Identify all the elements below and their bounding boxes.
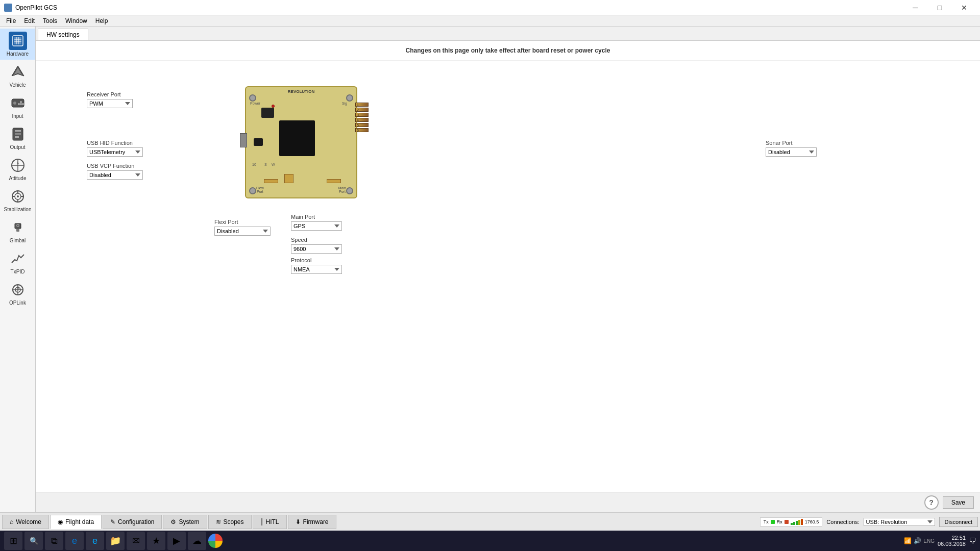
menu-edit[interactable]: Edit: [20, 16, 39, 26]
flexi-port-label: Flexi Port: [214, 219, 271, 225]
tab-firmware[interactable]: ⬇ Firmware: [288, 515, 336, 529]
configuration-label: Configuration: [118, 518, 154, 525]
main-port-select[interactable]: GPS Disabled ComBridge Telemetry DSM: [291, 221, 342, 231]
hw-settings-tab[interactable]: HW settings: [38, 29, 88, 40]
receiver-port-group: Receiver Port PWM PPM SBUS DSM Disabled: [87, 91, 133, 108]
sidebar-item-vehicle[interactable]: Vehicle: [0, 60, 35, 91]
tab-system[interactable]: ⚙ System: [163, 515, 207, 529]
taskbar-chrome[interactable]: [208, 534, 223, 548]
menu-help[interactable]: Help: [91, 16, 112, 26]
sidebar-output-label: Output: [10, 144, 25, 150]
title-bar: OpenPilot GCS ─ □ ✕: [0, 0, 980, 15]
svg-point-11: [22, 103, 24, 105]
window-title: OpenPilot GCS: [15, 4, 57, 11]
taskbar-time: 22:51: [938, 535, 966, 541]
output-icon: [9, 125, 27, 143]
protocol-select[interactable]: NMEA UBX UBX7 UBX8: [291, 265, 342, 274]
save-button[interactable]: Save: [943, 496, 974, 509]
sidebar-item-attitude[interactable]: Attitude: [0, 153, 35, 184]
taskbar-folder[interactable]: 📁: [106, 532, 125, 550]
sidebar-stabilization-label: Stabilization: [4, 207, 32, 212]
tab-welcome[interactable]: ⌂ Welcome: [2, 515, 49, 529]
main-layout: Hardware Vehicle: [0, 27, 980, 512]
input-icon: [9, 94, 27, 112]
pcb-corner-tl: [249, 94, 256, 102]
menu-window[interactable]: Window: [61, 16, 91, 26]
hw-content: Receiver Port PWM PPM SBUS DSM Disabled …: [36, 61, 980, 492]
taskbar-ie[interactable]: e: [86, 532, 104, 550]
pcb-bottom-mid: [284, 174, 293, 183]
maximize-button[interactable]: □: [928, 0, 951, 15]
flight-data-icon: ◉: [58, 518, 63, 525]
taskbar-search[interactable]: 🔍: [24, 532, 43, 550]
sidebar: Hardware Vehicle: [0, 27, 36, 512]
pcb-corner-br: [346, 187, 353, 194]
receiver-port-select[interactable]: PWM PPM SBUS DSM Disabled: [87, 99, 133, 108]
usb-vcp-label: USB VCP Function: [87, 163, 143, 169]
taskbar-date: 06.03.2018: [938, 541, 966, 547]
firmware-icon: ⬇: [296, 518, 301, 525]
tab-hitl[interactable]: ⎮ HITL: [253, 515, 287, 529]
scopes-icon: ≋: [216, 518, 221, 525]
svg-rect-17: [15, 136, 19, 138]
sonar-port-select[interactable]: Disabled HC-SR04: [766, 147, 817, 157]
connection-select[interactable]: USB: Revolution: [864, 518, 935, 526]
taskbar-app3[interactable]: ☁: [188, 532, 206, 550]
flexi-port-select[interactable]: Disabled GPS ComBridge I2C PPM DSM: [214, 227, 271, 236]
sidebar-item-oplink[interactable]: OPLink: [0, 278, 35, 309]
status-right: Tx Rx 1760.5 Connections: USB: Revolutio…: [760, 517, 978, 527]
pcb-board-area: REVOLUTION 1 2 3: [235, 81, 368, 198]
disconnect-button[interactable]: Disconnect: [939, 517, 978, 527]
tray-icon-wifi: 📶: [904, 537, 912, 544]
tab-configuration[interactable]: ✎ Configuration: [103, 515, 162, 529]
svg-rect-1: [14, 37, 21, 44]
protocol-group: Protocol NMEA UBX UBX7 UBX8: [291, 257, 342, 274]
taskbar-task-view[interactable]: ⧉: [45, 532, 63, 550]
pcb-num-w: W: [272, 163, 275, 166]
minimize-button[interactable]: ─: [903, 0, 927, 15]
taskbar-app2[interactable]: ▶: [167, 532, 186, 550]
vehicle-icon: [9, 63, 27, 81]
svg-point-32: [17, 225, 18, 227]
pcb-corner-tr: [346, 94, 353, 102]
tab-flight-data[interactable]: ◉ Flight data: [50, 515, 102, 529]
txpid-icon: [9, 249, 27, 268]
usb-hid-select[interactable]: USBTelemetry RCTransmitter Disabled: [87, 147, 143, 157]
scopes-label: Scopes: [224, 518, 244, 525]
sidebar-item-txpid[interactable]: TxPID: [0, 246, 35, 278]
usb-vcp-group: USB VCP Function Disabled USBTelemetry C…: [87, 163, 143, 180]
sidebar-input-label: Input: [12, 113, 23, 119]
sidebar-txpid-label: TxPID: [11, 269, 25, 274]
stabilization-icon: [9, 187, 27, 206]
taskbar-start[interactable]: ⊞: [4, 532, 22, 550]
tx-value: 1760.5: [805, 519, 819, 524]
notification-icon[interactable]: 🗨: [969, 537, 976, 545]
help-button[interactable]: ?: [924, 495, 939, 510]
sidebar-item-output[interactable]: Output: [0, 122, 35, 153]
taskbar-left: ⊞ 🔍 ⧉ e e 📁 ✉ ★ ▶ ☁: [4, 532, 223, 550]
svg-point-10: [20, 101, 22, 103]
pcb: REVOLUTION 1 2 3: [245, 86, 357, 198]
bottom-tabs: ⌂ Welcome ◉ Flight data ✎ Configuration …: [0, 512, 980, 531]
sonar-port-label: Sonar Port: [766, 140, 817, 146]
sidebar-item-hardware[interactable]: Hardware: [0, 29, 35, 60]
menu-tools[interactable]: Tools: [39, 16, 61, 26]
sonar-port-group: Sonar Port Disabled HC-SR04: [766, 140, 817, 157]
window-controls: ─ □ ✕: [903, 0, 976, 15]
usb-vcp-select[interactable]: Disabled USBTelemetry ComBridge DebugCon…: [87, 170, 143, 180]
signal-bar-3: [796, 521, 798, 525]
taskbar-mail[interactable]: ✉: [127, 532, 145, 550]
sidebar-item-input[interactable]: Input: [0, 91, 35, 122]
taskbar-app1[interactable]: ★: [147, 532, 165, 550]
tab-scopes[interactable]: ≋ Scopes: [208, 515, 252, 529]
pcb-bottom-flexi: [264, 179, 278, 183]
rx-led: [785, 520, 789, 524]
menu-file[interactable]: File: [2, 16, 20, 26]
svg-point-12: [20, 103, 22, 105]
sidebar-item-stabilization[interactable]: Stabilization: [0, 184, 35, 215]
sidebar-vehicle-label: Vehicle: [9, 82, 26, 88]
speed-select[interactable]: 1200 2400 4800 9600 19200 38400 57600 11…: [291, 244, 342, 254]
close-button[interactable]: ✕: [952, 0, 976, 15]
taskbar-edge[interactable]: e: [65, 532, 84, 550]
sidebar-item-gimbal[interactable]: Gimbal: [0, 215, 35, 246]
